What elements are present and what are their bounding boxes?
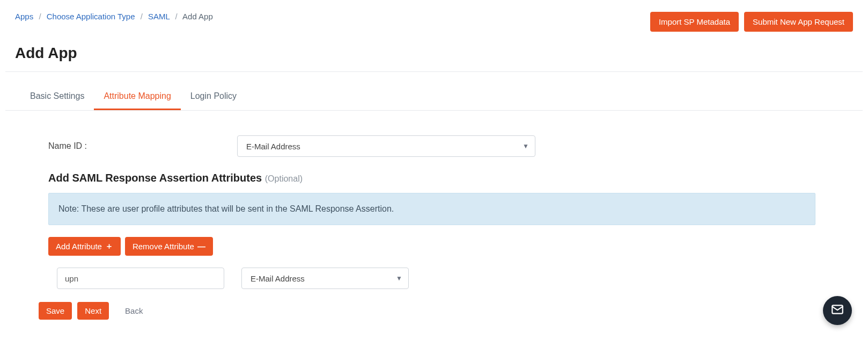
tab-attribute-mapping[interactable]: Attribute Mapping xyxy=(94,84,180,110)
breadcrumb-apps[interactable]: Apps xyxy=(15,12,33,21)
breadcrumb-saml[interactable]: SAML xyxy=(148,12,170,21)
name-id-select-wrap: E-Mail Address ▼ xyxy=(237,135,535,157)
name-id-select[interactable]: E-Mail Address xyxy=(237,135,535,157)
assertion-optional-text: (Optional) xyxy=(265,174,303,183)
add-attribute-label: Add Attribute xyxy=(56,242,102,251)
breadcrumb: Apps / Choose Application Type / SAML / … xyxy=(15,12,213,21)
header-actions: Import SP Metadata Submit New App Reques… xyxy=(650,12,853,32)
add-attribute-button[interactable]: Add Attribute ＋ xyxy=(48,237,121,256)
attribute-button-row: Add Attribute ＋ Remove Attribute — xyxy=(48,237,853,256)
import-sp-metadata-button[interactable]: Import SP Metadata xyxy=(650,12,739,32)
breadcrumb-sep: / xyxy=(175,12,178,21)
tab-login-policy[interactable]: Login Policy xyxy=(181,84,246,110)
support-chat-fab[interactable] xyxy=(823,296,852,325)
breadcrumb-choose-type[interactable]: Choose Application Type xyxy=(47,12,135,21)
save-button[interactable]: Save xyxy=(39,302,72,320)
back-link[interactable]: Back xyxy=(125,306,143,315)
tabs: Basic Settings Attribute Mapping Login P… xyxy=(5,84,863,111)
footer-actions: Save Next Back xyxy=(39,302,853,320)
plus-icon: ＋ xyxy=(105,241,113,251)
assertion-title-text: Add SAML Response Assertion Attributes xyxy=(48,172,262,184)
tab-content: Name ID : E-Mail Address ▼ Add SAML Resp… xyxy=(0,111,868,330)
remove-attribute-button[interactable]: Remove Attribute — xyxy=(125,237,213,256)
page-title: Add App xyxy=(15,45,853,62)
name-id-label: Name ID : xyxy=(48,141,237,151)
attribute-map-select[interactable]: E-Mail Address xyxy=(241,268,409,289)
attribute-row: E-Mail Address ▼ xyxy=(57,268,853,289)
attribute-map-select-wrap: E-Mail Address ▼ xyxy=(241,268,409,289)
breadcrumb-sep: / xyxy=(39,12,41,21)
divider xyxy=(5,71,863,72)
tab-basic-settings[interactable]: Basic Settings xyxy=(20,84,94,110)
attribute-name-input[interactable] xyxy=(57,268,224,289)
mail-icon xyxy=(830,302,844,319)
next-button[interactable]: Next xyxy=(77,302,109,320)
note-box: Note: These are user profile attributes … xyxy=(48,193,815,225)
minus-icon: — xyxy=(197,242,205,251)
remove-attribute-label: Remove Attribute xyxy=(133,242,194,251)
breadcrumb-sep: / xyxy=(141,12,143,21)
name-id-row: Name ID : E-Mail Address ▼ xyxy=(48,135,853,157)
assertion-section-title: Add SAML Response Assertion Attributes (… xyxy=(48,172,853,184)
submit-new-app-request-button[interactable]: Submit New App Request xyxy=(744,12,853,32)
breadcrumb-current: Add App xyxy=(182,12,213,21)
